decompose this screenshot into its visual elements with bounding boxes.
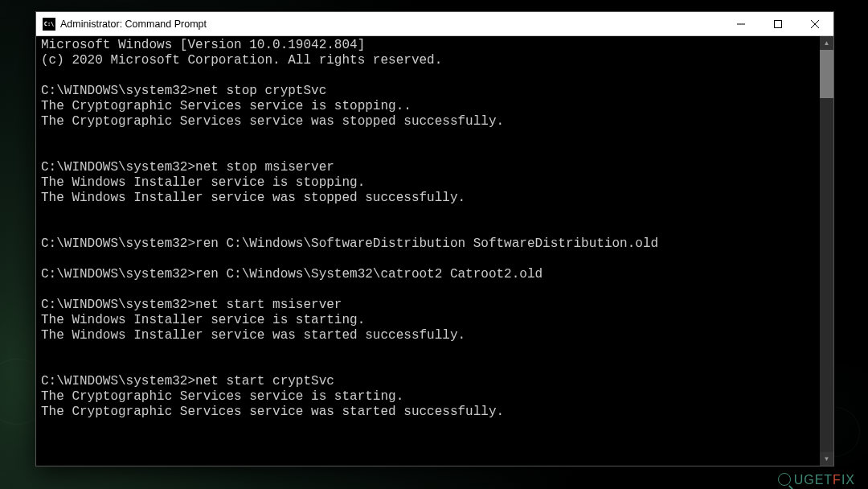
close-icon <box>811 20 819 28</box>
terminal-line: C:\WINDOWS\system32>net start cryptSvc <box>41 374 829 389</box>
scroll-down-arrow-icon[interactable]: ▼ <box>820 452 833 466</box>
terminal-line <box>41 145 829 160</box>
magnifier-icon <box>778 473 791 486</box>
terminal-line <box>41 252 829 267</box>
terminal-line: C:\WINDOWS\system32>net stop cryptSvc <box>41 84 829 99</box>
terminal-line: The Cryptographic Services service was s… <box>41 114 829 129</box>
terminal-line <box>41 206 829 221</box>
scroll-up-arrow-icon[interactable]: ▲ <box>820 36 833 50</box>
window-controls <box>723 12 833 35</box>
maximize-icon <box>774 20 782 28</box>
terminal-line: The Windows Installer service was stoppe… <box>41 191 829 206</box>
minimize-button[interactable] <box>723 12 760 35</box>
watermark: UGETFIX <box>778 473 855 487</box>
terminal-line: The Windows Installer service is startin… <box>41 313 829 328</box>
terminal-line: C:\WINDOWS\system32>net stop msiserver <box>41 160 829 175</box>
scroll-track[interactable] <box>820 50 833 452</box>
watermark-suffix: IX <box>841 473 855 487</box>
terminal-line <box>41 359 829 374</box>
close-button[interactable] <box>796 12 833 35</box>
terminal-line <box>41 420 829 435</box>
terminal-line: Microsoft Windows [Version 10.0.19042.80… <box>41 38 829 53</box>
terminal-line: The Cryptographic Services service was s… <box>41 405 829 420</box>
terminal-line <box>41 435 829 450</box>
terminal-line: The Cryptographic Services service is st… <box>41 99 829 114</box>
terminal-line: C:\WINDOWS\system32>net start msiserver <box>41 298 829 313</box>
maximize-button[interactable] <box>760 12 796 35</box>
terminal-line <box>41 282 829 298</box>
terminal-line: (c) 2020 Microsoft Corporation. All righ… <box>41 53 829 68</box>
scroll-thumb[interactable] <box>820 50 833 98</box>
terminal-line <box>41 129 829 145</box>
terminal-line <box>41 343 829 359</box>
watermark-accent: F <box>833 473 841 487</box>
minimize-icon <box>737 20 745 28</box>
terminal-output[interactable]: Microsoft Windows [Version 10.0.19042.80… <box>36 36 833 466</box>
svg-rect-1 <box>775 20 782 27</box>
terminal-line: C:\WINDOWS\system32>ren C:\Windows\Softw… <box>41 236 829 252</box>
command-prompt-window: C:\ Administrator: Command Prompt Micros… <box>35 11 834 466</box>
terminal-line: C:\WINDOWS\system32>ren C:\Windows\Syste… <box>41 267 829 282</box>
window-title: Administrator: Command Prompt <box>60 18 723 30</box>
terminal-line: The Windows Installer service was starte… <box>41 328 829 343</box>
terminal-line <box>41 221 829 236</box>
terminal-line: The Cryptographic Services service is st… <box>41 389 829 405</box>
terminal-line: The Windows Installer service is stoppin… <box>41 175 829 191</box>
vertical-scrollbar[interactable]: ▲ ▼ <box>820 36 833 466</box>
titlebar[interactable]: C:\ Administrator: Command Prompt <box>36 12 833 36</box>
watermark-prefix: UGET <box>794 473 833 487</box>
app-icon: C:\ <box>43 18 55 31</box>
terminal-line <box>41 68 829 84</box>
